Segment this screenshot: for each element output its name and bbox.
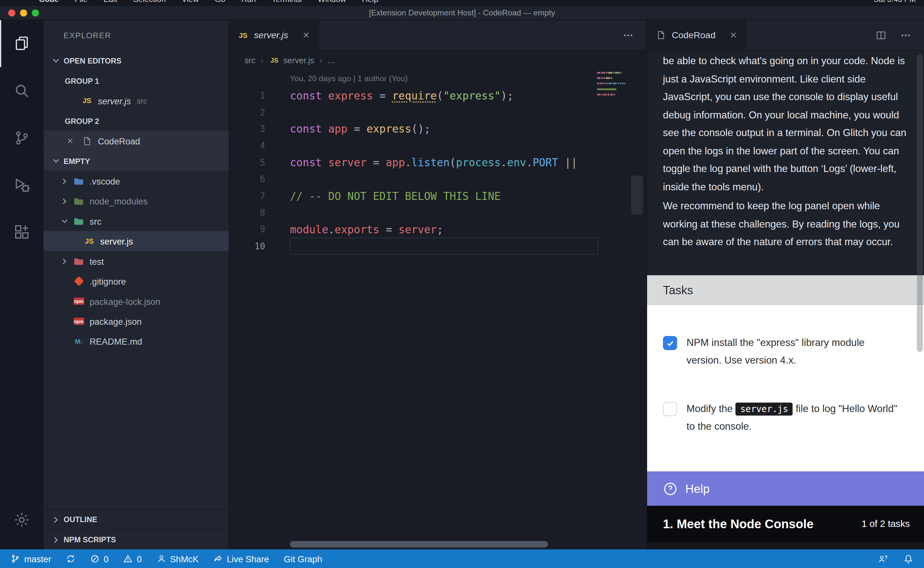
minimap-segment [603, 83, 604, 85]
workspace-section-header[interactable]: EMPTY [44, 151, 229, 171]
close-editor-slot[interactable] [66, 137, 81, 145]
chevron-right-icon [60, 177, 69, 186]
extensions-icon [13, 224, 30, 241]
open-editors-section-header[interactable]: OPEN EDITORS [44, 51, 229, 71]
tree-item--vscode[interactable]: .vscode [44, 171, 229, 191]
tree-item-package-json[interactable]: npmpackage.json [44, 311, 229, 331]
menu-item-code[interactable]: Code [39, 0, 59, 3]
status-git-branch[interactable]: master [11, 554, 51, 564]
menu-item-help[interactable]: Help [362, 0, 378, 3]
chevron-slot [71, 237, 83, 246]
vertical-scrollbar-thumb[interactable] [631, 175, 643, 215]
line-number: 8 [229, 207, 265, 218]
minimap-segment [607, 83, 608, 85]
activity-source-control[interactable] [0, 114, 44, 162]
lesson-paragraph: We recommend to keep the log panel open … [663, 197, 908, 251]
tree-item--gitignore[interactable]: .gitignore [44, 271, 229, 291]
activity-settings[interactable] [0, 497, 44, 544]
close-tab-icon[interactable] [301, 31, 311, 40]
code-editor[interactable]: You, 20 days ago | 1 author (You) 1const… [229, 69, 646, 549]
panel-scrollbar-thumb[interactable] [917, 54, 923, 352]
activity-search[interactable] [0, 67, 44, 114]
menu-item-run[interactable]: Run [241, 0, 256, 3]
section-outline[interactable]: OUTLINE [44, 509, 229, 529]
open-editor-server-js[interactable]: JSserver.jssrc [44, 91, 229, 111]
minimap-segment [620, 83, 621, 85]
minimize-window-button[interactable] [20, 9, 27, 17]
section-npm-scripts[interactable]: NPM SCRIPTS [44, 529, 229, 549]
more-actions-icon[interactable] [623, 30, 633, 41]
breadcrumb-item-server-js[interactable]: JSserver.js [269, 55, 314, 65]
breadcrumb-item-src[interactable]: src [244, 56, 255, 65]
webview-file-icon [655, 30, 666, 40]
menu-item-view[interactable]: View [182, 0, 199, 3]
minimap-segment [624, 83, 625, 85]
horizontal-scrollbar-thumb[interactable] [290, 541, 548, 547]
task-list: NPM install the "express" library module… [647, 305, 924, 472]
task-item-2: Modify the server.js file to log "Hello … [663, 400, 908, 435]
activity-explorer[interactable] [0, 20, 44, 67]
open-editor-coderoad[interactable]: CodeRoad [44, 131, 229, 151]
code-line-1: 1const express = require("express"); [229, 87, 646, 104]
activity-extensions[interactable] [0, 208, 44, 256]
status-git-graph[interactable]: Git Graph [284, 554, 322, 564]
vertical-scrollbar[interactable] [626, 69, 646, 549]
menu-item-go[interactable]: Go [215, 0, 225, 3]
more-actions-icon[interactable] [901, 30, 911, 41]
status-sync-changes[interactable] [66, 554, 75, 563]
activity-bar [0, 20, 44, 549]
status-live-share[interactable]: Live Share [213, 554, 269, 564]
activity-run-debug[interactable] [0, 162, 44, 208]
tree-item-readme-md[interactable]: M↓README.md [44, 331, 229, 351]
npm-icon: npm [74, 318, 84, 325]
minimap-segment [601, 94, 602, 96]
minimap-segment [614, 94, 615, 96]
status-notifications[interactable] [903, 554, 913, 564]
lesson-footer-bar[interactable]: 1. Meet the Node Console 1 of 2 tasks [647, 506, 924, 542]
breadcrumb-item-more[interactable]: … [327, 56, 336, 65]
status-errors[interactable]: 0 [90, 554, 109, 564]
tree-item-package-lock-json[interactable]: npmpackage-lock.json [44, 291, 229, 311]
run-debug-icon [13, 176, 30, 194]
menu-item-terminal[interactable]: Terminal [272, 0, 302, 3]
close-window-button[interactable] [8, 9, 15, 17]
lesson-title: 1. Meet the Node Console [663, 517, 813, 531]
tree-item-server-js[interactable]: JSserver.js [44, 231, 229, 251]
breadcrumb-label: server.js [283, 56, 314, 65]
tree-item-node-modules[interactable]: node_modules [44, 191, 229, 211]
tree-item-test[interactable]: test [44, 251, 229, 271]
code-text: module.exports = server; [290, 224, 443, 236]
split-editor-icon[interactable] [876, 30, 886, 41]
error-icon [90, 554, 99, 563]
tab-server-js[interactable]: JS server.js [229, 20, 319, 50]
close-icon [66, 137, 74, 145]
minimap-segment [601, 77, 603, 79]
minimap[interactable] [597, 72, 625, 99]
status-label: 0 [104, 554, 109, 564]
chevron-slot [60, 337, 73, 346]
breadcrumb-label: src [244, 56, 255, 65]
help-bar[interactable]: Help [647, 471, 924, 506]
minimap-line [597, 72, 625, 74]
tab-coderoad[interactable]: CodeRoad [647, 20, 746, 50]
zoom-window-button[interactable] [32, 9, 39, 17]
tree-item-src[interactable]: src [44, 211, 229, 231]
task-checkbox-unchecked[interactable] [663, 402, 677, 416]
close-tab-icon[interactable] [729, 31, 738, 40]
menu-item-selection[interactable]: Selection [133, 0, 166, 3]
menu-item-file[interactable]: File [75, 0, 87, 3]
breadcrumb[interactable]: src›JSserver.js›… [229, 51, 646, 69]
code-text: const server = app.listen(process.env.PO… [290, 156, 577, 169]
status-tutorial-author[interactable]: ShMcK [157, 554, 199, 564]
tree-item-label: test [89, 256, 104, 266]
menu-item-window[interactable]: Window [318, 0, 346, 3]
breadcrumb-label: … [327, 56, 336, 65]
status-warnings[interactable]: 0 [123, 554, 142, 564]
task-checkbox-checked[interactable] [663, 336, 677, 350]
line-number: 3 [229, 124, 265, 134]
status-feedback[interactable] [878, 554, 888, 564]
chevron-right-icon [51, 535, 61, 544]
menu-item-edit[interactable]: Edit [103, 0, 117, 3]
chevron-down-icon [60, 217, 69, 226]
gitlens-blame-annotation: You, 20 days ago | 1 author (You) [229, 69, 646, 87]
